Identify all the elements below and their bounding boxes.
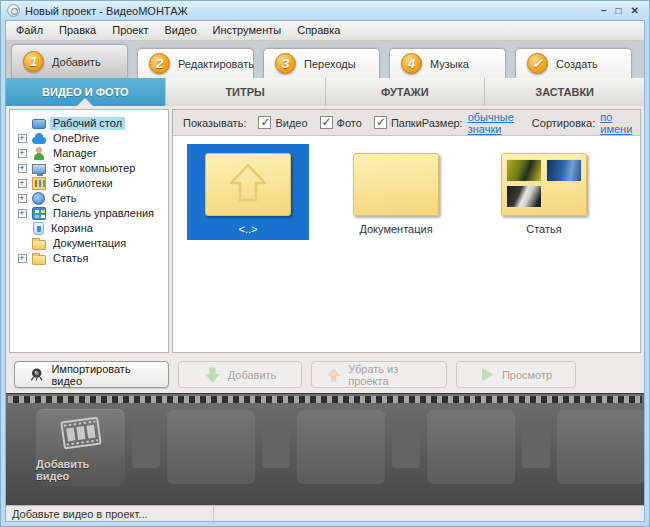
import-video-button[interactable]: Импортировать видео bbox=[14, 361, 169, 388]
tab-create-label: Создать bbox=[556, 58, 598, 70]
desktop-icon bbox=[32, 119, 46, 129]
app-window: Новый проект - ВидеоМОНТАЖ – □ ✕ Файл Пр… bbox=[0, 0, 650, 527]
tab-edit[interactable]: 2 Редактировать bbox=[137, 48, 254, 78]
folder-items: <..> Документация Статья bbox=[173, 136, 640, 352]
tab-edit-label: Редактировать bbox=[178, 58, 254, 70]
expand-icon[interactable]: + bbox=[18, 209, 27, 218]
transition-placeholder bbox=[262, 426, 290, 468]
thumbnail-waterfall bbox=[507, 186, 541, 207]
size-label: Размер: bbox=[422, 117, 463, 129]
menu-file[interactable]: Файл bbox=[8, 21, 51, 40]
tab-add-label: Добавить bbox=[52, 56, 101, 68]
menu-help[interactable]: Справка bbox=[289, 21, 348, 40]
orange-up-arrow-icon bbox=[326, 367, 341, 383]
minimize-icon[interactable]: – bbox=[601, 6, 607, 16]
preview-button[interactable]: Просмотр bbox=[456, 361, 576, 388]
step-1-badge-icon: 1 bbox=[23, 51, 44, 72]
menu-project[interactable]: Проект bbox=[104, 21, 156, 40]
window-title: Новый проект - ВидеоМОНТАЖ bbox=[25, 5, 188, 17]
subtab-footage[interactable]: ФУТАЖИ bbox=[326, 78, 486, 106]
article-folder-item[interactable]: Статья bbox=[483, 144, 605, 240]
network-icon bbox=[32, 192, 45, 205]
add-video-tile[interactable]: Добавить видео bbox=[36, 409, 125, 486]
transition-placeholder bbox=[522, 426, 550, 468]
tree-item-libraries[interactable]: + Библиотеки bbox=[10, 176, 168, 191]
filter-folders[interactable]: Папки bbox=[374, 116, 422, 129]
app-frame: Файл Правка Проект Видео Инструменты Спр… bbox=[5, 20, 645, 522]
computer-icon bbox=[32, 164, 46, 174]
expand-icon[interactable]: + bbox=[18, 134, 27, 143]
thumbnail-water bbox=[547, 160, 581, 181]
tree-item-documentation[interactable]: + Документация bbox=[10, 236, 168, 251]
window-controls: – □ ✕ bbox=[601, 6, 643, 16]
expand-icon[interactable]: + bbox=[18, 149, 27, 158]
tree-item-desktop[interactable]: Рабочий стол bbox=[10, 116, 168, 131]
documentation-folder-item[interactable]: Документация bbox=[335, 144, 457, 240]
film-sprockets-decoration bbox=[8, 396, 642, 403]
checkbox-photo[interactable] bbox=[320, 116, 333, 129]
checkbox-folders[interactable] bbox=[374, 116, 387, 129]
clip-placeholder bbox=[557, 410, 644, 484]
tab-create[interactable]: ✓ Создать bbox=[515, 48, 632, 78]
control-panel-icon bbox=[32, 207, 46, 220]
subtab-video-and-photo[interactable]: ВИДЕО И ФОТО bbox=[6, 78, 166, 106]
tab-music[interactable]: 4 Музыка bbox=[389, 48, 506, 78]
sort-link[interactable]: по имени bbox=[600, 111, 632, 135]
clip-placeholder bbox=[297, 410, 385, 484]
size-link[interactable]: обычные значки bbox=[468, 111, 517, 135]
tab-transitions[interactable]: 3 Переходы bbox=[263, 48, 380, 78]
step-2-badge-icon: 2 bbox=[149, 53, 170, 74]
import-video-label: Импортировать видео bbox=[51, 363, 154, 387]
folder-icon bbox=[32, 240, 46, 250]
subtab-intros[interactable]: ЗАСТАВКИ bbox=[485, 78, 644, 106]
recycle-bin-icon bbox=[33, 222, 44, 235]
file-browser: Показывать: Видео Фото Папки Размер: bbox=[172, 109, 641, 353]
green-down-arrow-icon bbox=[204, 367, 221, 383]
title-bar: Новый проект - ВидеоМОНТАЖ – □ ✕ bbox=[1, 1, 649, 20]
tree-item-manager[interactable]: + Manager bbox=[10, 146, 168, 161]
play-icon bbox=[480, 367, 495, 382]
webcam-icon bbox=[29, 367, 44, 382]
tree-item-control-panel[interactable]: + Панель управления bbox=[10, 206, 168, 221]
tree-item-network[interactable]: + Сеть bbox=[10, 191, 168, 206]
filter-bar: Показывать: Видео Фото Папки Размер: bbox=[173, 110, 640, 136]
sub-tabs: ВИДЕО И ФОТО ТИТРЫ ФУТАЖИ ЗАСТАВКИ bbox=[6, 78, 644, 106]
tree-item-this-pc[interactable]: + Этот компьютер bbox=[10, 161, 168, 176]
filter-photo[interactable]: Фото bbox=[320, 116, 362, 129]
menu-edit[interactable]: Правка bbox=[51, 21, 104, 40]
menu-tools[interactable]: Инструменты bbox=[205, 21, 290, 40]
tab-music-label: Музыка bbox=[430, 58, 469, 70]
film-strip-icon bbox=[58, 413, 104, 453]
library-icon bbox=[32, 177, 46, 190]
menu-video[interactable]: Видео bbox=[156, 21, 204, 40]
main-tabs: 1 Добавить 2 Редактировать 3 Переходы 4 … bbox=[6, 41, 644, 78]
close-icon[interactable]: ✕ bbox=[631, 6, 639, 16]
parent-folder-icon bbox=[205, 153, 291, 216]
tab-add[interactable]: 1 Добавить bbox=[11, 44, 128, 78]
timeline: Добавить видео bbox=[6, 393, 644, 505]
parent-folder-item[interactable]: <..> bbox=[187, 144, 309, 240]
content-area: Рабочий стол + OneDrive + Manager + Этот… bbox=[6, 106, 644, 356]
expand-icon[interactable]: + bbox=[18, 164, 27, 173]
folder-label: Статья bbox=[526, 223, 561, 235]
add-button[interactable]: Добавить bbox=[178, 361, 302, 388]
folder-label: <..> bbox=[239, 223, 258, 235]
expand-icon[interactable]: + bbox=[18, 179, 27, 188]
user-icon bbox=[32, 147, 46, 160]
filter-video[interactable]: Видео bbox=[258, 116, 307, 129]
remove-from-project-button[interactable]: Убрать из проекта bbox=[311, 361, 447, 388]
checkmark-badge-icon: ✓ bbox=[527, 53, 548, 74]
folder-label: Документация bbox=[359, 223, 432, 235]
tree-item-article[interactable]: + Статья bbox=[10, 251, 168, 266]
tree-item-onedrive[interactable]: + OneDrive bbox=[10, 131, 168, 146]
action-buttons-bar: Импортировать видео Добавить Убрать из п… bbox=[6, 356, 644, 393]
expand-icon[interactable]: + bbox=[18, 194, 27, 203]
tree-item-recycle-bin[interactable]: + Корзина bbox=[10, 221, 168, 236]
expand-icon[interactable]: + bbox=[18, 254, 27, 263]
maximize-icon[interactable]: □ bbox=[616, 6, 622, 16]
checkbox-video[interactable] bbox=[258, 116, 271, 129]
up-arrow-icon bbox=[206, 154, 290, 215]
subtab-titles[interactable]: ТИТРЫ bbox=[166, 78, 326, 106]
status-bar-divider bbox=[213, 506, 214, 521]
cloud-icon bbox=[32, 132, 46, 145]
